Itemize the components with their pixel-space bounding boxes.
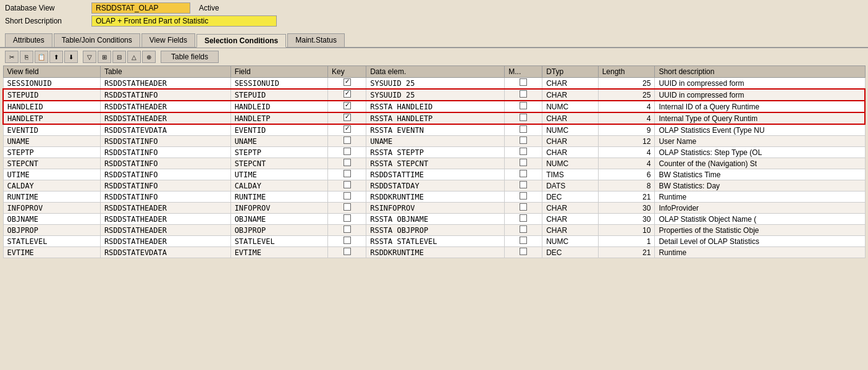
cell-key [328,136,366,147]
cell-length: 25 [598,78,655,90]
cell-short-desc: OLAP Statistik Object Name ( [655,214,865,225]
cell-key [328,214,366,225]
col-m: M... [505,66,542,78]
col-table: Table [100,66,230,78]
col-length: Length [598,66,655,78]
cell-key [328,236,366,247]
cell-key [328,158,366,169]
table-row[interactable]: HANDLEIDRSDDSTATHEADERHANDLEIDRSSTA HAND… [3,101,865,112]
cut-button[interactable]: ✂ [5,51,19,63]
cell-data-elem: RSDDSTATTIME [366,169,505,180]
cell-key [328,225,366,236]
cell-short-desc: BW Statistics Time [655,169,865,180]
cell-key [328,203,366,214]
cell-data-elem: RSSTA STEPTP [366,147,505,158]
cell-key [328,169,366,180]
cell-short-desc: BW Statistics: Day [655,180,865,191]
table-fields-button[interactable]: Table fields [161,51,219,63]
table-row[interactable]: CALDAYRSDDSTATINFOCALDAYRSDDSTATDAYDATS8… [3,180,865,191]
cell-m [505,247,542,258]
tab-maint-status[interactable]: Maint.Status [287,33,345,47]
cell-data-elem: RSSTA OBJPROP [366,225,505,236]
move-down-button[interactable]: ⬇ [64,51,78,63]
cell-table: RSDDSTATHEADER [100,101,230,112]
cell-dtyp: DATS [542,180,598,191]
cell-key [328,124,366,136]
filter-button[interactable]: ▽ [83,51,96,63]
table-row[interactable]: EVENTIDRSDDSTATEVDATAEVENTIDRSSTA EVENTN… [3,124,865,136]
table-row[interactable]: STEPUIDRSDDSTATINFOSTEPUIDSYSUUID 25CHAR… [3,89,865,101]
btn3[interactable]: ⊟ [112,51,126,63]
cell-table: RSDDSTATEVDATA [100,247,230,258]
col-key: Key [328,66,366,78]
tab-view-fields[interactable]: View Fields [141,33,195,47]
status-value: Active [195,3,223,13]
cell-dtyp: CHAR [542,203,598,214]
cell-data-elem: RSSTA STATLEVEL [366,236,505,247]
col-field: Field [230,66,327,78]
cell-view-field: STATLEVEL [3,236,100,247]
cell-short-desc: User Name [655,136,865,147]
table-row[interactable]: STEPTPRSDDSTATINFOSTEPTPRSSTA STEPTPCHAR… [3,147,865,158]
tab-table-join[interactable]: Table/Join Conditions [54,33,140,47]
cell-length: 4 [598,158,655,169]
cell-key [328,247,366,258]
table-row[interactable]: STEPCNTRSDDSTATINFOSTEPCNTRSSTA STEPCNTN… [3,158,865,169]
cell-field: HANDLEID [230,101,327,112]
col-dtyp: DTyp [542,66,598,78]
copy-button[interactable]: ⎘ [20,51,33,63]
btn2[interactable]: ⊞ [98,51,111,63]
cell-key [328,89,366,101]
table-row[interactable]: UNAMERSDDSTATINFOUNAMEUNAMECHAR12User Na… [3,136,865,147]
cell-table: RSDDSTATINFO [100,158,230,169]
table-row[interactable]: UTIMERSDDSTATINFOUTIMERSDDSTATTIMETIMS6B… [3,169,865,180]
table-row[interactable]: OBJNAMERSDDSTATHEADEROBJNAMERSSTA OBJNAM… [3,214,865,225]
table-row[interactable]: INFOPROVRSDDSTATHEADERINFOPROVRSINFOPROV… [3,203,865,214]
cell-length: 4 [598,147,655,158]
cell-length: 4 [598,101,655,112]
tab-attributes[interactable]: Attributes [5,33,53,47]
table-header-row: View field Table Field Key Data elem. M.… [3,66,865,78]
paste-button[interactable]: 📋 [35,51,48,63]
cell-m [505,112,542,124]
cell-short-desc: OLAP Statistics Event (Type NU [655,124,865,136]
tab-selection-conditions[interactable]: Selection Conditions [196,34,286,48]
cell-table: RSDDSTATHEADER [100,112,230,124]
table-row[interactable]: EVTIMERSDDSTATEVDATAEVTIMERSDDKRUNTIMEDE… [3,247,865,258]
cell-table: RSDDSTATINFO [100,180,230,191]
cell-m [505,203,542,214]
cell-dtyp: CHAR [542,225,598,236]
cell-m [505,136,542,147]
cell-field: HANDLETP [230,112,327,124]
cell-dtyp: CHAR [542,136,598,147]
btn4[interactable]: △ [127,51,141,63]
table-row[interactable]: HANDLETPRSDDSTATHEADERHANDLETPRSSTA HAND… [3,112,865,124]
cell-data-elem: RSDDSTATDAY [366,180,505,191]
cell-field: UTIME [230,169,327,180]
cell-length: 30 [598,214,655,225]
move-up-button[interactable]: ⬆ [49,51,63,63]
cell-m [505,225,542,236]
cell-length: 21 [598,191,655,203]
cell-key [328,112,366,124]
cell-data-elem: RSSTA HANDLETP [366,112,505,124]
cell-data-elem: RSSTA STEPCNT [366,158,505,169]
table-row[interactable]: OBJPROPRSDDSTATHEADEROBJPROPRSSTA OBJPRO… [3,225,865,236]
cell-m [505,101,542,112]
cell-table: RSDDSTATHEADER [100,225,230,236]
btn5[interactable]: ⊕ [142,51,156,63]
cell-table: RSDDSTATHEADER [100,236,230,247]
cell-view-field: STEPCNT [3,158,100,169]
table-row[interactable]: SESSIONUIDRSDDSTATHEADERSESSIONUIDSYSUUI… [3,78,865,90]
cell-dtyp: NUMC [542,101,598,112]
cell-table: RSDDSTATINFO [100,169,230,180]
cell-view-field: EVTIME [3,247,100,258]
cell-data-elem: RSINFOPROV [366,203,505,214]
short-desc-label: Short Description [5,17,91,25]
table-row[interactable]: STATLEVELRSDDSTATHEADERSTATLEVELRSSTA ST… [3,236,865,247]
cell-dtyp: NUMC [542,124,598,136]
cell-short-desc: Internal Type of Query Runtim [655,112,865,124]
cell-length: 8 [598,180,655,191]
table-row[interactable]: RUNTIMERSDDSTATINFORUNTIMERSDDKRUNTIMEDE… [3,191,865,203]
cell-data-elem: RSSTA EVENTN [366,124,505,136]
